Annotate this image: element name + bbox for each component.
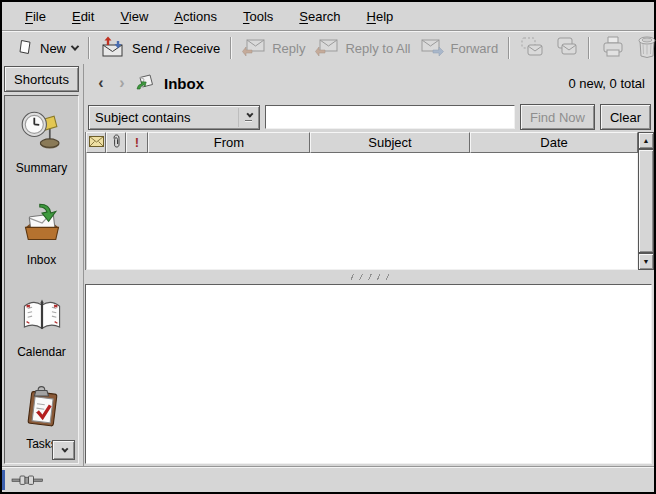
menu-tools[interactable]: Tools [230,6,286,27]
shortcuts-sidebar: Shortcuts Summary [2,64,84,466]
preview-pane [85,284,652,464]
evolution-window: File Edit View Actions Tools Search Help… [2,2,654,492]
exclamation-icon: ! [135,135,139,150]
chevron-down-icon [71,42,79,50]
copy-to-folder-button[interactable] [549,34,583,62]
toolbar-separator [508,37,510,59]
inbox-folder-icon [136,73,155,94]
online-status-button[interactable] [11,473,47,491]
move-to-folder-icon [520,36,544,60]
folder-header: ‹ › Inbox 0 new, 0 total [85,64,654,102]
menu-help[interactable]: Help [354,6,407,27]
toolbar-separator [88,37,90,59]
combo-arrow [238,108,257,127]
toolbar-separator [588,37,590,59]
column-header-subject[interactable]: Subject [310,132,470,153]
menu-edit[interactable]: Edit [59,6,107,27]
reply-to-all-label: Reply to All [345,41,410,56]
shortcuts-scroll-down-button[interactable] [52,440,75,460]
chevron-down-icon [246,110,253,117]
search-input[interactable] [265,105,515,129]
reply-button[interactable]: Reply [237,35,310,62]
status-accent-strip [2,470,5,490]
summary-clock-icon [20,109,64,156]
folder-title: Inbox [164,75,204,92]
new-button-label: New [40,41,66,56]
main-area: ‹ › Inbox 0 new, 0 total Subject contain… [85,64,654,466]
combo-dash [245,120,252,122]
splitter-grip-icon[interactable] [350,274,390,280]
sidebar-item-label: Inbox [27,253,56,267]
menu-file[interactable]: File [12,6,59,27]
column-header-from[interactable]: From [148,132,310,153]
search-bar: Subject contains Find Now Clear [85,102,654,132]
sidebar-item-label: Calendar [17,345,66,359]
copy-to-folder-icon [554,36,578,60]
sidebar-item-calendar[interactable]: Calendar [5,280,78,372]
scroll-up-button[interactable]: ▲ [638,132,654,149]
calendar-book-icon [20,293,64,340]
shortcuts-panel: Summary Inbox [4,95,79,464]
menu-actions[interactable]: Actions [161,6,230,27]
inbox-tray-icon [20,201,64,248]
column-header-priority[interactable]: ! [126,132,148,153]
toolbar-separator [230,37,232,59]
scroll-down-button[interactable]: ▼ [638,253,654,270]
reply-to-all-icon [315,37,339,60]
envelope-icon [89,135,104,150]
reply-icon [242,37,266,60]
forward-button[interactable]: Forward [415,35,503,62]
send-receive-button[interactable]: Send / Receive [95,34,225,62]
send-receive-icon [100,36,126,60]
toolbar: New Send / Receive [2,32,654,64]
find-now-button[interactable]: Find Now [520,104,595,130]
menu-view[interactable]: View [107,6,161,27]
sidebar-item-inbox[interactable]: Inbox [5,188,78,280]
chevron-down-icon [61,445,68,452]
message-counts: 0 new, 0 total [568,76,645,91]
column-header-attachment[interactable] [106,132,126,153]
delete-button[interactable] [631,33,656,64]
message-list-header: ! From Subject Date [86,132,654,153]
forward-icon [420,37,444,60]
shortcuts-bar-button[interactable]: Shortcuts [4,66,79,92]
menu-bar: File Edit View Actions Tools Search Help [2,2,654,30]
forward-nav-button[interactable]: › [115,74,129,92]
column-header-status[interactable] [86,132,106,153]
print-button[interactable] [595,33,631,63]
new-button[interactable]: New [11,36,83,61]
send-receive-label: Send / Receive [132,41,220,56]
clear-button[interactable]: Clear [600,104,651,130]
status-bar [2,466,654,492]
move-to-folder-button[interactable] [515,34,549,62]
reply-to-all-button[interactable]: Reply to All [310,35,415,62]
column-header-date[interactable]: Date [470,132,638,153]
new-message-icon [16,38,34,59]
back-button[interactable]: ‹ [94,74,108,92]
tasks-clipboard-icon [20,385,64,432]
message-list: ! From Subject Date ▲ ▼ [85,132,654,270]
search-filter-value: Subject contains [89,110,238,125]
printer-icon [600,35,626,61]
paperclip-icon [112,134,121,151]
sidebar-item-label: Summary [16,161,67,175]
plug-connector-icon [11,473,47,490]
vertical-scrollbar: ▲ ▼ [638,132,654,270]
scrollbar-thumb[interactable] [638,149,654,253]
forward-label: Forward [450,41,498,56]
menu-search[interactable]: Search [286,6,353,27]
reply-label: Reply [272,41,305,56]
message-list-body[interactable] [86,153,638,270]
pane-splitter[interactable] [85,270,654,284]
sidebar-item-summary[interactable]: Summary [5,96,78,188]
search-filter-dropdown[interactable]: Subject contains [88,105,260,130]
trash-icon [636,35,656,62]
